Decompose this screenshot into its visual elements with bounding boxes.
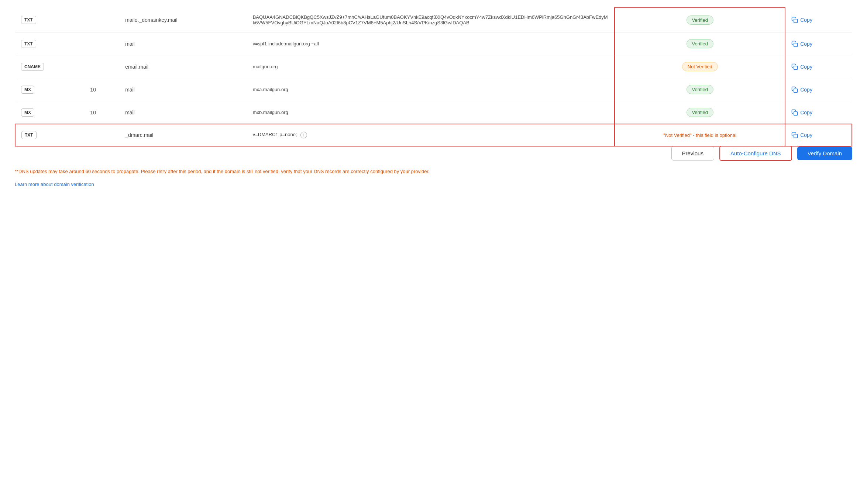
status-cell: Verified [615, 8, 785, 32]
table-row: CNAMEemail.mailmailgun.orgNot Verified C… [15, 55, 852, 78]
type-cell: MX [15, 101, 84, 124]
priority-cell [84, 8, 119, 32]
copy-icon [791, 41, 798, 47]
priority-cell: 10 [84, 101, 119, 124]
value-cell: v=spf1 include:mailgun.org ~all [247, 32, 615, 55]
svg-rect-5 [794, 134, 798, 138]
type-cell: TXT [15, 124, 84, 146]
table-row: TXTmailv=spf1 include:mailgun.org ~allVe… [15, 32, 852, 55]
copy-icon [791, 132, 798, 138]
footer-actions: Previous Auto-Configure DNS Verify Domai… [671, 146, 852, 161]
value-cell: mailgun.org [247, 55, 615, 78]
svg-rect-1 [794, 43, 798, 46]
table-row: MX10mailmxa.mailgun.orgVerified Copy [15, 78, 852, 101]
priority-cell: 10 [84, 78, 119, 101]
copy-button[interactable]: Copy [791, 17, 812, 23]
type-badge: CNAME [21, 63, 44, 71]
info-icon[interactable]: i [300, 132, 307, 138]
value-cell: mxa.mailgun.org [247, 78, 615, 101]
table-row: MX10mailmxb.mailgun.orgVerified Copy [15, 101, 852, 124]
copy-cell: Copy [785, 78, 852, 101]
dns-table-wrapper: TXTmailo._domainkey.mailBAQUAA4GNADCBiQK… [15, 7, 852, 146]
name-cell: _dmarc.mail [119, 124, 247, 146]
svg-rect-0 [794, 19, 798, 23]
auto-configure-button[interactable]: Auto-Configure DNS [719, 146, 792, 161]
copy-icon [791, 109, 798, 116]
value-cell: mxb.mailgun.org [247, 101, 615, 124]
name-cell: mail [119, 32, 247, 55]
status-cell: Verified [615, 32, 785, 55]
page-container: TXTmailo._domainkey.mailBAQUAA4GNADCBiQK… [0, 0, 867, 202]
type-cell: TXT [15, 32, 84, 55]
copy-icon [791, 17, 798, 23]
dns-records-table: TXTmailo._domainkey.mailBAQUAA4GNADCBiQK… [15, 7, 852, 146]
status-optional: "Not Verified" - this field is optional [663, 132, 736, 138]
previous-button[interactable]: Previous [671, 146, 714, 160]
value-cell: v=DMARC1;p=none; i [247, 124, 615, 146]
type-badge: MX [21, 86, 34, 94]
learn-more-link[interactable]: Learn more about domain verification [15, 182, 94, 187]
copy-button[interactable]: Copy [791, 86, 812, 93]
copy-button[interactable]: Copy [791, 109, 812, 116]
type-badge: TXT [21, 131, 37, 139]
status-cell: "Not Verified" - this field is optional [615, 124, 785, 146]
value-cell: BAQUAA4GNADCBiQKBgQC5XwsJZvZ9+7mhC/vAHsL… [247, 8, 615, 32]
status-badge: Not Verified [682, 62, 718, 71]
status-badge: Verified [687, 15, 713, 25]
copy-icon [791, 63, 798, 70]
copy-button[interactable]: Copy [791, 41, 812, 47]
type-badge: TXT [21, 16, 36, 24]
copy-cell: Copy [785, 32, 852, 55]
copy-icon [791, 86, 798, 93]
status-cell: Not Verified [615, 55, 785, 78]
verify-domain-button[interactable]: Verify Domain [797, 146, 852, 160]
status-badge: Verified [687, 39, 713, 48]
svg-rect-2 [794, 66, 798, 69]
table-row: TXTmailo._domainkey.mailBAQUAA4GNADCBiQK… [15, 8, 852, 32]
priority-cell [84, 32, 119, 55]
status-cell: Verified [615, 78, 785, 101]
svg-rect-3 [794, 89, 798, 92]
status-badge: Verified [687, 85, 713, 94]
table-row: TXT_dmarc.mailv=DMARC1;p=none; i"Not Ver… [15, 124, 852, 146]
status-badge: Verified [687, 108, 713, 117]
copy-button[interactable]: Copy [791, 63, 812, 70]
name-cell: mail [119, 101, 247, 124]
priority-cell [84, 55, 119, 78]
type-cell: CNAME [15, 55, 84, 78]
copy-cell: Copy [785, 124, 852, 146]
type-badge: TXT [21, 40, 36, 48]
copy-button[interactable]: Copy [791, 132, 812, 138]
name-cell: mail [119, 78, 247, 101]
svg-rect-4 [794, 111, 798, 115]
name-cell: mailo._domainkey.mail [119, 8, 247, 32]
dns-note: **DNS updates may take around 60 seconds… [15, 168, 430, 176]
type-cell: TXT [15, 8, 84, 32]
copy-cell: Copy [785, 55, 852, 78]
copy-cell: Copy [785, 8, 852, 32]
name-cell: email.mail [119, 55, 247, 78]
copy-cell: Copy [785, 101, 852, 124]
priority-cell [84, 124, 119, 146]
status-cell: Verified [615, 101, 785, 124]
type-badge: MX [21, 108, 34, 117]
type-cell: MX [15, 78, 84, 101]
